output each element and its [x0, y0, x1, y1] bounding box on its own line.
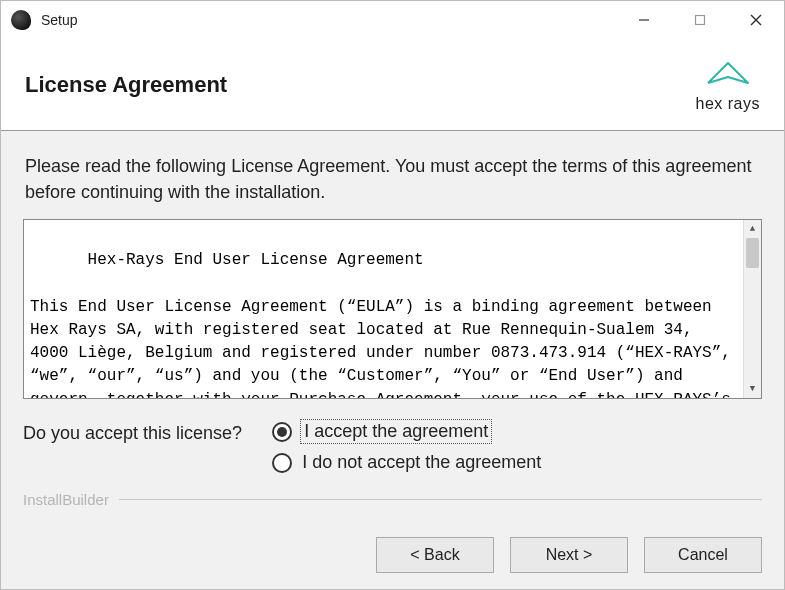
eula-textbox[interactable]: Hex-Rays End User License Agreement This…	[23, 219, 762, 399]
radio-accept-circle	[272, 422, 292, 442]
wizard-body: Please read the following License Agreem…	[1, 131, 784, 525]
wizard-header: License Agreement hex rays	[1, 39, 784, 131]
maximize-button[interactable]	[672, 1, 728, 39]
next-button[interactable]: Next >	[510, 537, 628, 573]
close-button[interactable]	[728, 1, 784, 39]
builder-label: InstallBuilder	[23, 491, 109, 508]
svg-rect-1	[696, 16, 705, 25]
app-icon	[11, 10, 31, 30]
radio-reject-circle	[272, 453, 292, 473]
radio-accept[interactable]: I accept the agreement	[272, 421, 541, 442]
window-controls	[616, 1, 784, 39]
divider-line	[119, 499, 762, 500]
radio-reject-label: I do not accept the agreement	[302, 452, 541, 473]
radio-reject[interactable]: I do not accept the agreement	[272, 452, 541, 473]
scroll-down-arrow-icon[interactable]: ▼	[744, 380, 761, 398]
radio-dot-icon	[277, 427, 287, 437]
instruction-text: Please read the following License Agreem…	[25, 153, 760, 205]
builder-watermark: InstallBuilder	[23, 491, 762, 508]
scroll-up-arrow-icon[interactable]: ▲	[744, 220, 761, 238]
minimize-button[interactable]	[616, 1, 672, 39]
installer-window: Setup License Agreement hex rays Please …	[0, 0, 785, 590]
back-button[interactable]: < Back	[376, 537, 494, 573]
scroll-thumb[interactable]	[746, 238, 759, 268]
eula-content: Hex-Rays End User License Agreement This…	[30, 251, 741, 399]
close-icon	[749, 13, 763, 27]
scroll-track[interactable]	[744, 238, 761, 380]
titlebar: Setup	[1, 1, 784, 39]
page-title: License Agreement	[25, 72, 227, 98]
accept-radio-group: I accept the agreement I do not accept t…	[272, 421, 541, 473]
window-title: Setup	[41, 12, 78, 28]
accept-row: Do you accept this license? I accept the…	[23, 421, 762, 473]
accept-question-label: Do you accept this license?	[23, 421, 242, 444]
cancel-button[interactable]: Cancel	[644, 537, 762, 573]
eula-scrollbar[interactable]: ▲ ▼	[743, 220, 761, 398]
maximize-icon	[694, 14, 706, 26]
wizard-footer: < Back Next > Cancel	[1, 525, 784, 589]
brand-logo: hex rays	[696, 57, 760, 113]
brand-text: hex rays	[696, 95, 760, 113]
hexrays-logo-icon	[702, 57, 754, 93]
minimize-icon	[638, 14, 650, 26]
radio-accept-label: I accept the agreement	[302, 421, 490, 442]
